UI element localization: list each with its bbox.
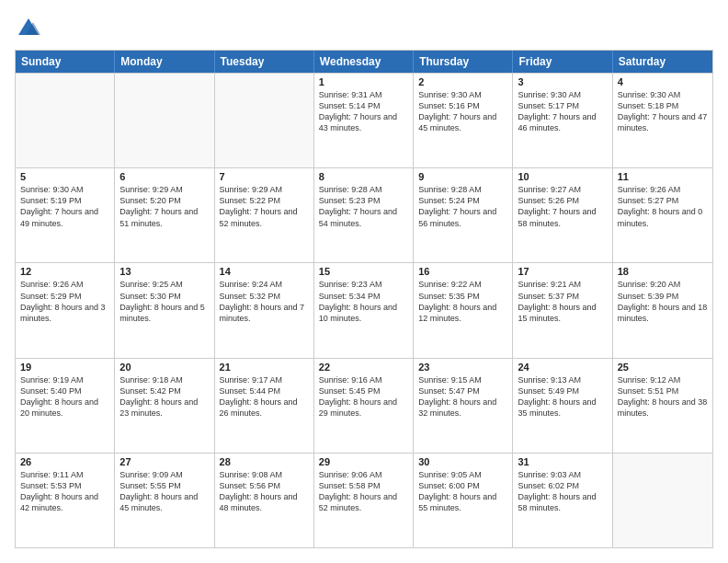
calendar-row: 26Sunrise: 9:11 AMSunset: 5:53 PMDayligh… (16, 453, 712, 547)
cell-info: Sunrise: 9:27 AMSunset: 5:26 PMDaylight:… (518, 184, 607, 229)
calendar-cell: 6Sunrise: 9:29 AMSunset: 5:20 PMDaylight… (115, 168, 214, 262)
day-number: 24 (518, 362, 607, 373)
day-number: 5 (20, 171, 109, 182)
day-number: 29 (319, 456, 408, 467)
day-number: 26 (20, 456, 109, 467)
calendar-cell (613, 454, 712, 547)
calendar-cell: 3Sunrise: 9:30 AMSunset: 5:17 PMDaylight… (513, 74, 612, 167)
cell-info: Sunrise: 9:20 AMSunset: 5:39 PMDaylight:… (618, 279, 708, 324)
day-number: 25 (618, 362, 708, 373)
cell-info: Sunrise: 9:03 AMSunset: 6:02 PMDaylight:… (518, 469, 607, 514)
cell-info: Sunrise: 9:30 AMSunset: 5:18 PMDaylight:… (618, 89, 708, 134)
day-number: 2 (418, 76, 507, 87)
cell-info: Sunrise: 9:19 AMSunset: 5:40 PMDaylight:… (20, 374, 109, 419)
cell-info: Sunrise: 9:30 AMSunset: 5:17 PMDaylight:… (518, 89, 607, 134)
day-number: 12 (20, 266, 109, 277)
cell-info: Sunrise: 9:11 AMSunset: 5:53 PMDaylight:… (20, 469, 109, 514)
cell-info: Sunrise: 9:13 AMSunset: 5:49 PMDaylight:… (518, 374, 607, 419)
calendar-cell: 30Sunrise: 9:05 AMSunset: 6:00 PMDayligh… (414, 454, 513, 547)
day-number: 7 (220, 171, 309, 182)
calendar-cell: 29Sunrise: 9:06 AMSunset: 5:58 PMDayligh… (314, 454, 414, 547)
calendar-cell: 10Sunrise: 9:27 AMSunset: 5:26 PMDayligh… (513, 168, 612, 262)
calendar-cell: 14Sunrise: 9:24 AMSunset: 5:32 PMDayligh… (215, 263, 314, 357)
calendar-row: 1Sunrise: 9:31 AMSunset: 5:14 PMDaylight… (16, 73, 712, 167)
cell-info: Sunrise: 9:28 AMSunset: 5:23 PMDaylight:… (319, 184, 408, 229)
calendar-cell: 21Sunrise: 9:17 AMSunset: 5:44 PMDayligh… (215, 359, 314, 453)
cell-info: Sunrise: 9:05 AMSunset: 6:00 PMDaylight:… (418, 469, 507, 514)
day-number: 17 (518, 266, 607, 277)
day-number: 16 (418, 266, 507, 277)
weekday-header: Friday (513, 51, 612, 73)
cell-info: Sunrise: 9:08 AMSunset: 5:56 PMDaylight:… (220, 469, 309, 514)
day-number: 27 (119, 456, 209, 467)
cell-info: Sunrise: 9:21 AMSunset: 5:37 PMDaylight:… (518, 279, 607, 324)
day-number: 1 (319, 76, 408, 87)
day-number: 3 (518, 76, 607, 87)
cell-info: Sunrise: 9:30 AMSunset: 5:19 PMDaylight:… (20, 184, 109, 229)
calendar-cell: 16Sunrise: 9:22 AMSunset: 5:35 PMDayligh… (414, 263, 513, 357)
calendar-cell: 5Sunrise: 9:30 AMSunset: 5:19 PMDaylight… (16, 168, 115, 262)
cell-info: Sunrise: 9:26 AMSunset: 5:27 PMDaylight:… (618, 184, 708, 229)
cell-info: Sunrise: 9:25 AMSunset: 5:30 PMDaylight:… (119, 279, 209, 324)
weekday-header: Thursday (414, 51, 513, 73)
day-number: 11 (618, 171, 708, 182)
day-number: 10 (518, 171, 607, 182)
day-number: 20 (119, 362, 209, 373)
calendar-cell: 25Sunrise: 9:12 AMSunset: 5:51 PMDayligh… (613, 359, 712, 453)
calendar-cell: 24Sunrise: 9:13 AMSunset: 5:49 PMDayligh… (513, 359, 612, 453)
cell-info: Sunrise: 9:26 AMSunset: 5:29 PMDaylight:… (20, 279, 109, 324)
calendar-cell: 20Sunrise: 9:18 AMSunset: 5:42 PMDayligh… (115, 359, 214, 453)
calendar-cell: 26Sunrise: 9:11 AMSunset: 5:53 PMDayligh… (16, 454, 115, 547)
calendar-cell: 28Sunrise: 9:08 AMSunset: 5:56 PMDayligh… (215, 454, 314, 547)
calendar-cell: 11Sunrise: 9:26 AMSunset: 5:27 PMDayligh… (613, 168, 712, 262)
calendar-cell: 19Sunrise: 9:19 AMSunset: 5:40 PMDayligh… (16, 359, 115, 453)
cell-info: Sunrise: 9:18 AMSunset: 5:42 PMDaylight:… (119, 374, 209, 419)
calendar-cell: 17Sunrise: 9:21 AMSunset: 5:37 PMDayligh… (513, 263, 612, 357)
calendar-cell: 1Sunrise: 9:31 AMSunset: 5:14 PMDaylight… (314, 74, 414, 167)
cell-info: Sunrise: 9:09 AMSunset: 5:55 PMDaylight:… (119, 469, 209, 514)
calendar-cell: 27Sunrise: 9:09 AMSunset: 5:55 PMDayligh… (115, 454, 214, 547)
cell-info: Sunrise: 9:22 AMSunset: 5:35 PMDaylight:… (418, 279, 507, 324)
weekday-header: Sunday (16, 51, 115, 73)
day-number: 19 (20, 362, 109, 373)
day-number: 8 (319, 171, 408, 182)
day-number: 22 (319, 362, 408, 373)
calendar-cell: 31Sunrise: 9:03 AMSunset: 6:02 PMDayligh… (513, 454, 612, 547)
cell-info: Sunrise: 9:23 AMSunset: 5:34 PMDaylight:… (319, 279, 408, 324)
cell-info: Sunrise: 9:17 AMSunset: 5:44 PMDaylight:… (220, 374, 309, 419)
header (15, 15, 713, 42)
day-number: 31 (518, 456, 607, 467)
cell-info: Sunrise: 9:15 AMSunset: 5:47 PMDaylight:… (418, 374, 507, 419)
cell-info: Sunrise: 9:24 AMSunset: 5:32 PMDaylight:… (220, 279, 309, 324)
calendar-header: SundayMondayTuesdayWednesdayThursdayFrid… (16, 51, 712, 73)
calendar-cell: 7Sunrise: 9:29 AMSunset: 5:22 PMDaylight… (215, 168, 314, 262)
calendar-cell (16, 74, 115, 167)
cell-info: Sunrise: 9:16 AMSunset: 5:45 PMDaylight:… (319, 374, 408, 419)
day-number: 13 (119, 266, 209, 277)
day-number: 4 (618, 76, 708, 87)
weekday-header: Tuesday (215, 51, 314, 73)
calendar-row: 5Sunrise: 9:30 AMSunset: 5:19 PMDaylight… (16, 167, 712, 262)
logo-icon (15, 15, 42, 42)
day-number: 23 (418, 362, 507, 373)
calendar-body: 1Sunrise: 9:31 AMSunset: 5:14 PMDaylight… (16, 73, 712, 547)
day-number: 30 (418, 456, 507, 467)
weekday-header: Monday (115, 51, 214, 73)
day-number: 14 (220, 266, 309, 277)
cell-info: Sunrise: 9:31 AMSunset: 5:14 PMDaylight:… (319, 89, 408, 134)
calendar-row: 12Sunrise: 9:26 AMSunset: 5:29 PMDayligh… (16, 262, 712, 357)
logo (15, 15, 46, 42)
cell-info: Sunrise: 9:30 AMSunset: 5:16 PMDaylight:… (418, 89, 507, 134)
weekday-header: Wednesday (314, 51, 414, 73)
day-number: 9 (418, 171, 507, 182)
calendar-cell (115, 74, 214, 167)
calendar-cell: 9Sunrise: 9:28 AMSunset: 5:24 PMDaylight… (414, 168, 513, 262)
calendar-row: 19Sunrise: 9:19 AMSunset: 5:40 PMDayligh… (16, 358, 712, 453)
day-number: 18 (618, 266, 708, 277)
calendar-cell: 23Sunrise: 9:15 AMSunset: 5:47 PMDayligh… (414, 359, 513, 453)
day-number: 28 (220, 456, 309, 467)
cell-info: Sunrise: 9:29 AMSunset: 5:22 PMDaylight:… (220, 184, 309, 229)
cell-info: Sunrise: 9:29 AMSunset: 5:20 PMDaylight:… (119, 184, 209, 229)
page: SundayMondayTuesdayWednesdayThursdayFrid… (0, 0, 728, 563)
calendar: SundayMondayTuesdayWednesdayThursdayFrid… (15, 50, 713, 548)
